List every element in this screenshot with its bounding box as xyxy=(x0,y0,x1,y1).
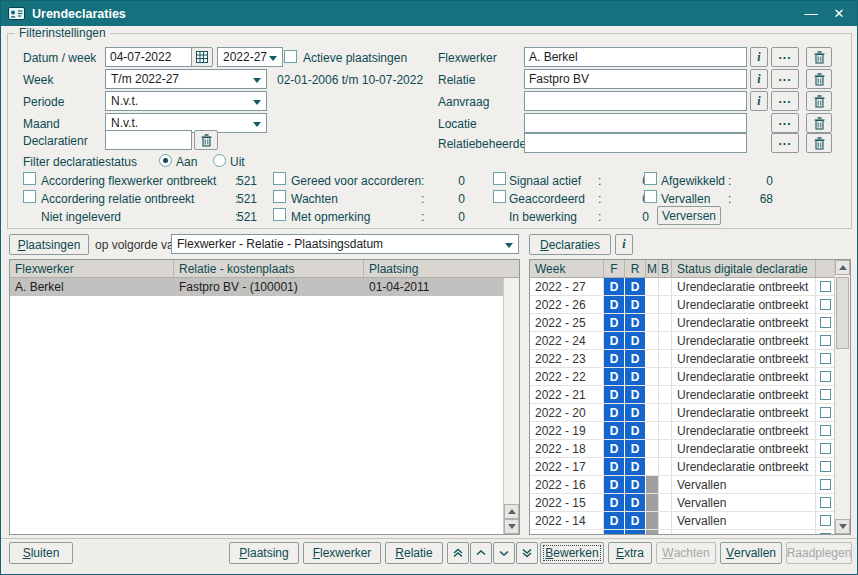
relatiebeheerder-delete-button[interactable] xyxy=(806,133,832,153)
row-checkbox[interactable] xyxy=(820,299,831,310)
afgewikkeld-checkbox[interactable] xyxy=(644,172,657,185)
acc-relatie-checkbox[interactable] xyxy=(23,190,36,203)
verversen-button[interactable]: Verversen xyxy=(657,206,721,225)
declaratie-row[interactable]: 2022 - 20DDUrendeclaratie ontbreekt xyxy=(530,404,850,422)
row-checkbox[interactable] xyxy=(820,371,831,382)
last-row-button[interactable] xyxy=(516,542,538,564)
aanvraag-info-button[interactable]: i xyxy=(750,91,768,111)
radio-uit[interactable] xyxy=(213,154,226,167)
row-checkbox[interactable] xyxy=(820,479,831,490)
declaratie-row[interactable]: 2022 - 21DDUrendeclaratie ontbreekt xyxy=(530,386,850,404)
declaratie-row[interactable]: 2022 - 18DDUrendeclaratie ontbreekt xyxy=(530,440,850,458)
declaratie-row[interactable]: 2022 - 24DDUrendeclaratie ontbreekt xyxy=(530,332,850,350)
datum-input[interactable] xyxy=(105,47,192,67)
relatie-input[interactable] xyxy=(524,69,747,89)
flexwerker-input[interactable] xyxy=(524,47,747,67)
geaccordeerd-checkbox[interactable] xyxy=(493,190,506,203)
vervallen-checkbox[interactable] xyxy=(644,190,657,203)
acc-flexwerker-checkbox[interactable] xyxy=(23,172,36,185)
plaatsingen-row[interactable]: A. BerkelFastpro BV - (100001)01-04-2011 xyxy=(10,278,519,296)
first-row-button[interactable] xyxy=(447,542,469,564)
column-header-r[interactable]: R xyxy=(625,260,646,277)
declaratie-row[interactable]: 2022 - 13DDVervallen xyxy=(530,530,850,535)
scrollbar-thumb[interactable] xyxy=(836,277,849,349)
row-checkbox[interactable] xyxy=(820,425,831,436)
minimize-icon[interactable]: — xyxy=(797,1,825,26)
row-checkbox[interactable] xyxy=(820,497,831,508)
relatie-info-button[interactable]: i xyxy=(750,69,768,89)
scroll-down-button[interactable] xyxy=(504,519,519,534)
flexwerker-delete-button[interactable] xyxy=(806,47,832,67)
actieve-plaatsingen-checkbox[interactable] xyxy=(284,50,297,63)
declaratienr-input[interactable] xyxy=(105,130,192,150)
row-checkbox[interactable] xyxy=(820,407,831,418)
declaratie-row[interactable]: 2022 - 22DDUrendeclaratie ontbreekt xyxy=(530,368,850,386)
declaratie-row[interactable]: 2022 - 26DDUrendeclaratie ontbreekt xyxy=(530,296,850,314)
column-header-flexwerker[interactable]: Flexwerker xyxy=(10,260,174,277)
scroll-up-button[interactable] xyxy=(835,260,850,275)
scroll-down-button[interactable] xyxy=(835,519,850,534)
relatie-more-button[interactable]: ... xyxy=(771,69,799,89)
sluiten-button[interactable]: Sluiten xyxy=(9,542,73,564)
row-checkbox[interactable] xyxy=(820,281,831,292)
declaratie-row[interactable]: 2022 - 14DDVervallen xyxy=(530,512,850,530)
row-checkbox[interactable] xyxy=(820,515,831,526)
periode-select[interactable]: N.v.t. xyxy=(105,91,267,111)
declaratie-row[interactable]: 2022 - 23DDUrendeclaratie ontbreekt xyxy=(530,350,850,368)
column-header-m[interactable]: M xyxy=(646,260,659,277)
plaatsing-button[interactable]: Plaatsing xyxy=(229,542,299,564)
plaatsingen-tab-button[interactable]: Plaatsingen xyxy=(9,234,89,255)
relatie-delete-button[interactable] xyxy=(806,69,832,89)
aanvraag-more-button[interactable]: ... xyxy=(771,91,799,111)
column-header-f[interactable]: F xyxy=(604,260,625,277)
flexwerker-button[interactable]: Flexwerker xyxy=(303,542,381,564)
gereed-checkbox[interactable] xyxy=(273,172,286,185)
declaraties-tab-button[interactable]: Declaraties xyxy=(529,234,611,255)
column-header-relatie-kostenplaats[interactable]: Relatie - kostenplaats xyxy=(174,260,364,277)
declaratie-row[interactable]: 2022 - 25DDUrendeclaratie ontbreekt xyxy=(530,314,850,332)
aanvraag-input[interactable] xyxy=(524,91,747,111)
close-icon[interactable]: ✕ xyxy=(825,1,853,26)
row-checkbox[interactable] xyxy=(820,443,831,454)
week-number-select[interactable]: 2022-27 xyxy=(217,47,283,67)
previous-row-button[interactable] xyxy=(470,542,492,564)
wachten-checkbox[interactable] xyxy=(273,190,286,203)
bewerken-button[interactable]: Bewerken xyxy=(540,542,604,564)
declaratie-row[interactable]: 2022 - 15DDVervallen xyxy=(530,494,850,512)
locatie-input[interactable] xyxy=(524,113,747,133)
row-checkbox[interactable] xyxy=(820,353,831,364)
column-header-status[interactable]: Status digitale declaratie xyxy=(672,260,816,277)
relatie-button[interactable]: Relatie xyxy=(385,542,443,564)
aanvraag-delete-button[interactable] xyxy=(806,91,832,111)
met-opmerking-checkbox[interactable] xyxy=(273,208,286,221)
locatie-more-button[interactable]: ... xyxy=(771,113,799,133)
wachten-button[interactable]: Wachten xyxy=(656,542,716,564)
raadplegen-button[interactable]: Raadplegen xyxy=(786,542,852,564)
locatie-delete-button[interactable] xyxy=(806,113,832,133)
relatiebeheerder-more-button[interactable]: ... xyxy=(771,133,799,153)
signaal-actief-checkbox[interactable] xyxy=(493,172,506,185)
column-header-week[interactable]: Week xyxy=(530,260,604,277)
row-checkbox[interactable] xyxy=(820,335,831,346)
calendar-button[interactable] xyxy=(191,47,213,67)
row-checkbox[interactable] xyxy=(820,461,831,472)
declaraties-scrollbar[interactable] xyxy=(834,260,850,534)
declaratie-row[interactable]: 2022 - 16DDVervallen xyxy=(530,476,850,494)
flexwerker-info-button[interactable]: i xyxy=(750,47,768,67)
radio-aan[interactable] xyxy=(159,154,172,167)
scroll-up-button[interactable] xyxy=(504,504,519,519)
column-header-b[interactable]: B xyxy=(659,260,672,277)
extra-button[interactable]: Extra xyxy=(608,542,652,564)
relatiebeheerder-input[interactable] xyxy=(524,133,747,153)
declaratie-row[interactable]: 2022 - 17DDUrendeclaratie ontbreekt xyxy=(530,458,850,476)
column-header-plaatsing[interactable]: Plaatsing xyxy=(364,260,519,277)
declaratie-row[interactable]: 2022 - 19DDUrendeclaratie ontbreekt xyxy=(530,422,850,440)
flexwerker-more-button[interactable]: ... xyxy=(771,47,799,67)
row-checkbox[interactable] xyxy=(820,389,831,400)
row-checkbox[interactable] xyxy=(820,533,831,535)
volgorde-select[interactable]: Flexwerker - Relatie - Plaatsingsdatum xyxy=(171,234,519,254)
plaatsingen-scrollbar[interactable] xyxy=(503,278,519,534)
row-checkbox[interactable] xyxy=(820,317,831,328)
next-row-button[interactable] xyxy=(493,542,515,564)
week-select[interactable]: T/m 2022-27 xyxy=(105,69,267,89)
